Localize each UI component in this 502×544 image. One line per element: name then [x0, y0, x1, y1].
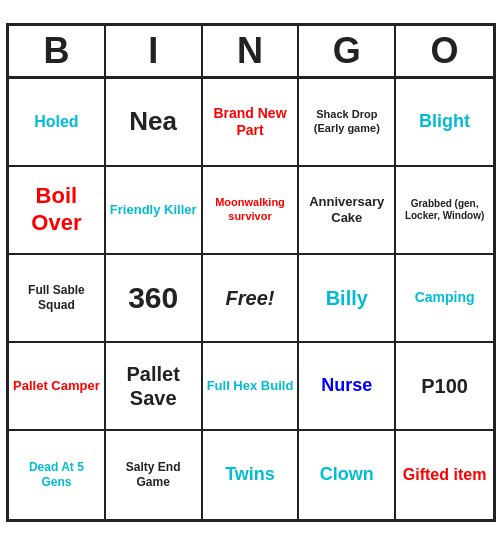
cell-4: Blight	[396, 79, 493, 167]
cell-19: P100	[396, 343, 493, 431]
cell-9: Grabbed (gen, Locker, Window)	[396, 167, 493, 255]
cell-20: Dead At 5 Gens	[9, 431, 106, 519]
cell-17: Full Hex Build	[203, 343, 300, 431]
cell-11: 360	[106, 255, 203, 343]
header-letter-g: G	[299, 26, 396, 76]
cell-2: Brand New Part	[203, 79, 300, 167]
cell-18: Nurse	[299, 343, 396, 431]
header-letter-i: I	[106, 26, 203, 76]
cell-14: Camping	[396, 255, 493, 343]
header-letter-b: B	[9, 26, 106, 76]
cell-6: Friendly Killer	[106, 167, 203, 255]
bingo-card: BINGO HoledNeaBrand New PartShack Drop (…	[6, 23, 496, 522]
cell-23: Clown	[299, 431, 396, 519]
bingo-grid: HoledNeaBrand New PartShack Drop (Early …	[9, 79, 493, 519]
bingo-header: BINGO	[9, 26, 493, 79]
cell-0: Holed	[9, 79, 106, 167]
cell-10: Full Sable Squad	[9, 255, 106, 343]
cell-16: Pallet Save	[106, 343, 203, 431]
header-letter-o: O	[396, 26, 493, 76]
cell-24: Gifted item	[396, 431, 493, 519]
cell-15: Pallet Camper	[9, 343, 106, 431]
cell-12: Free!	[203, 255, 300, 343]
cell-1: Nea	[106, 79, 203, 167]
cell-8: Anniversary Cake	[299, 167, 396, 255]
cell-13: Billy	[299, 255, 396, 343]
header-letter-n: N	[203, 26, 300, 76]
cell-3: Shack Drop (Early game)	[299, 79, 396, 167]
cell-21: Salty End Game	[106, 431, 203, 519]
cell-5: Boil Over	[9, 167, 106, 255]
cell-22: Twins	[203, 431, 300, 519]
cell-7: Moonwalking survivor	[203, 167, 300, 255]
